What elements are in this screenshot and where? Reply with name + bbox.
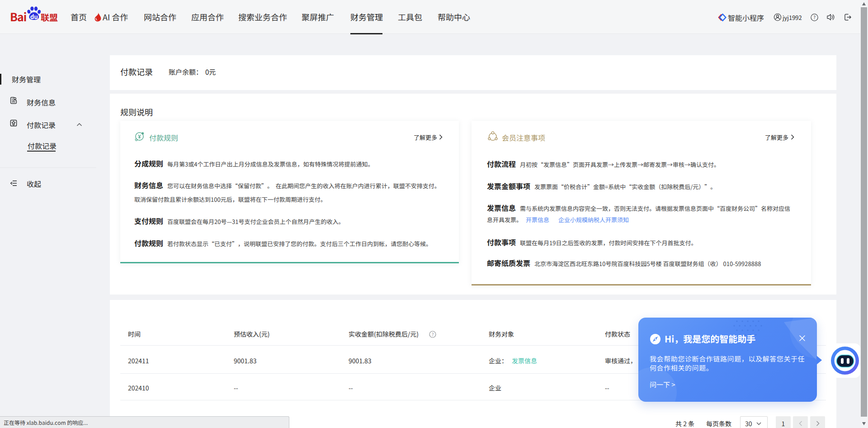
svg-text:?: ? [432, 331, 434, 338]
svg-text:du: du [30, 12, 38, 21]
svg-text:?: ? [813, 14, 816, 20]
